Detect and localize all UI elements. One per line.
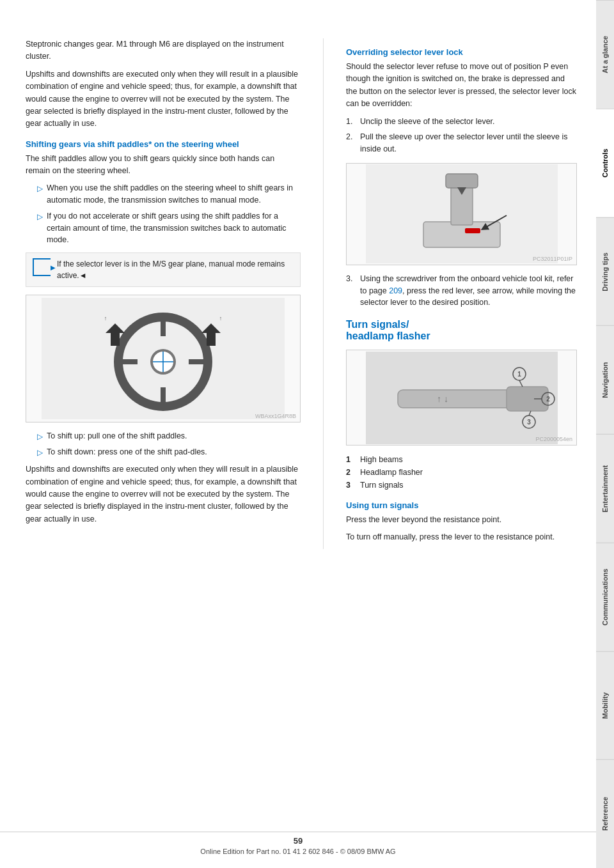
step-3-num: 3. bbox=[346, 273, 355, 285]
svg-text:↑ ↓: ↑ ↓ bbox=[437, 394, 448, 404]
left-column: Steptronic changes gear. M1 through M6 a… bbox=[26, 38, 301, 549]
feature-label-2: Headlamp flasher bbox=[360, 466, 423, 479]
bullet-item-2: ▷ If you do not accelerate or shift gear… bbox=[37, 210, 301, 246]
turn-signal-svg: 1 2 3 ↑ ↓ bbox=[366, 352, 558, 444]
step-2-num: 2. bbox=[346, 131, 355, 143]
turn-signal-caption: PC2000054en bbox=[535, 436, 572, 442]
sidebar-tab-mobility[interactable]: Mobility bbox=[596, 651, 614, 760]
feature-label-1: High beams bbox=[360, 453, 403, 466]
steering-diagram-caption: WBAxx1G4R8B bbox=[255, 413, 296, 419]
sidebar-tab-navigation[interactable]: Navigation bbox=[596, 325, 614, 434]
note-icon bbox=[33, 258, 51, 276]
sidebar-tab-driving-tips[interactable]: Driving tips bbox=[596, 217, 614, 326]
shift-paddles-paragraph: The shift paddles allow you to shift gea… bbox=[26, 153, 301, 178]
step-2: 2. Pull the sleeve up over the selector … bbox=[346, 131, 577, 155]
steering-wheel-diagram: ↑ ↑ WBAxx1G4R8B bbox=[26, 295, 301, 422]
step-3: 3. Using the screwdriver from the onboar… bbox=[346, 273, 577, 309]
selector-lever-svg bbox=[366, 164, 558, 263]
turn-signals-heading: Turn signals/ headlamp flasher bbox=[346, 319, 577, 342]
shift-down-arrow: ▷ bbox=[37, 447, 43, 458]
shift-paddles-heading: Shifting gears via shift paddles* on the… bbox=[26, 139, 301, 149]
sidebar-tab-at-a-glance[interactable]: At a glance bbox=[596, 0, 614, 109]
note-text: If the selector lever is in the M/S gear… bbox=[57, 258, 294, 281]
feature-item-1: 1 High beams bbox=[346, 453, 577, 466]
page-ref-link[interactable]: 209 bbox=[389, 286, 402, 295]
sidebar-tab-communications[interactable]: Communications bbox=[596, 543, 614, 651]
selector-lever-caption: PC32011P01IP bbox=[533, 256, 572, 262]
sidebar-tab-controls[interactable]: Controls bbox=[596, 109, 614, 217]
step-1-num: 1. bbox=[346, 116, 355, 128]
shift-down-item: ▷ To shift down: press one of the shift … bbox=[37, 446, 301, 458]
shift-up-item: ▷ To shift up: pull one of the shift pad… bbox=[37, 430, 301, 442]
using-turn-signals-heading: Using turn signals bbox=[346, 500, 577, 510]
selector-lever-diagram: PC32011P01IP bbox=[346, 163, 577, 265]
feature-item-3: 3 Turn signals bbox=[346, 479, 577, 492]
svg-text:↑: ↑ bbox=[219, 315, 223, 322]
feature-num-2: 2 bbox=[346, 466, 355, 479]
page-number: 59 bbox=[0, 836, 596, 846]
using-turn-signals-p1: Press the lever beyond the resistance po… bbox=[346, 514, 577, 526]
bullet-list: ▷ When you use the shift paddles on the … bbox=[37, 182, 301, 246]
feature-label-3: Turn signals bbox=[360, 479, 404, 492]
svg-rect-11 bbox=[111, 333, 120, 346]
right-column: Overriding selector lever lock Should th… bbox=[346, 38, 577, 549]
feature-num-1: 1 bbox=[346, 453, 355, 466]
column-divider bbox=[323, 38, 324, 549]
intro-paragraph-2: Upshifts and downshifts are executed onl… bbox=[26, 68, 301, 130]
feature-item-2: 2 Headlamp flasher bbox=[346, 466, 577, 479]
using-turn-signals-p2: To turn off manually, press the lever to… bbox=[346, 531, 577, 543]
overriding-heading: Overriding selector lever lock bbox=[346, 47, 577, 57]
sidebar: At a glance Controls Driving tips Naviga… bbox=[596, 0, 614, 868]
turn-signal-diagram: 1 2 3 ↑ ↓ PC2000054en bbox=[346, 350, 577, 446]
shift-bullet-list: ▷ To shift up: pull one of the shift pad… bbox=[37, 430, 301, 458]
bullet-arrow-2: ▷ bbox=[37, 211, 43, 222]
steering-wheel-svg: ↑ ↑ bbox=[42, 298, 285, 419]
main-content: Steptronic changes gear. M1 through M6 a… bbox=[0, 0, 596, 575]
overriding-paragraph: Should the selector lever refuse to move… bbox=[346, 61, 577, 111]
svg-rect-22 bbox=[465, 228, 480, 233]
svg-rect-19 bbox=[446, 174, 478, 188]
sidebar-tab-reference[interactable]: Reference bbox=[596, 759, 614, 868]
footer-text: Online Edition for Part no. 01 41 2 602 … bbox=[200, 848, 395, 855]
note-box: If the selector lever is in the M/S gear… bbox=[26, 252, 301, 287]
feature-num-3: 3 bbox=[346, 479, 355, 492]
step-1: 1. Unclip the sleeve of the selector lev… bbox=[346, 116, 577, 128]
intro-paragraph-1: Steptronic changes gear. M1 through M6 a… bbox=[26, 38, 301, 63]
bullet-arrow-1: ▷ bbox=[37, 183, 43, 194]
svg-text:3: 3 bbox=[527, 419, 531, 426]
step-3-text: Using the screwdriver from the onboard v… bbox=[360, 273, 577, 309]
svg-rect-13 bbox=[207, 333, 216, 346]
svg-text:2: 2 bbox=[546, 396, 550, 403]
sidebar-tab-entertainment[interactable]: Entertainment bbox=[596, 434, 614, 543]
svg-text:1: 1 bbox=[517, 371, 521, 378]
bullet-item-1: ▷ When you use the shift paddles on the … bbox=[37, 182, 301, 206]
overriding-steps-list: 1. Unclip the sleeve of the selector lev… bbox=[346, 116, 577, 155]
page-footer: 59 Online Edition for Part no. 01 41 2 6… bbox=[0, 832, 596, 855]
upshifts-paragraph: Upshifts and downshifts are executed onl… bbox=[26, 463, 301, 525]
feature-list: 1 High beams 2 Headlamp flasher 3 Turn s… bbox=[346, 453, 577, 492]
svg-text:↑: ↑ bbox=[104, 315, 107, 322]
shift-up-arrow: ▷ bbox=[37, 431, 43, 442]
